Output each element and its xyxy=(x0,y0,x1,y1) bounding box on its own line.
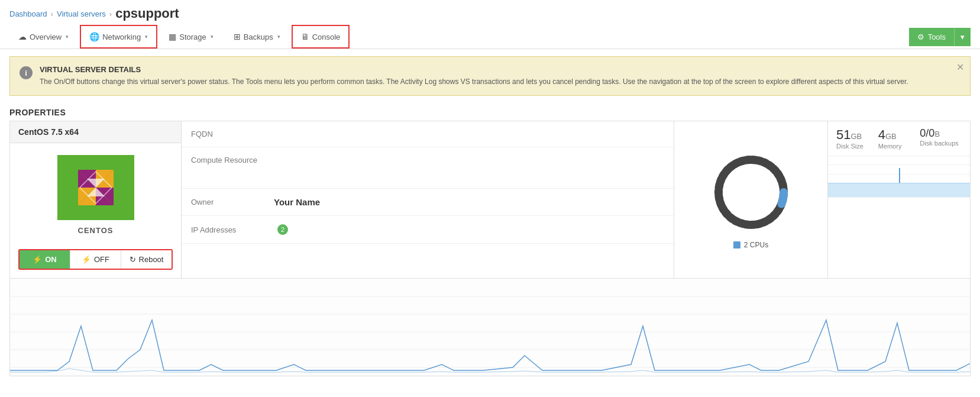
fqdn-label: FQDN xyxy=(191,130,274,138)
mini-chart-disk xyxy=(828,156,970,198)
off-label: OFF xyxy=(94,255,109,264)
reboot-icon: ↻ xyxy=(130,255,136,264)
backups-unit: B xyxy=(934,130,940,138)
disk-value: 51 xyxy=(836,127,850,142)
memory-value: 4 xyxy=(878,127,885,142)
backups-label: Disk backups xyxy=(920,140,962,147)
memory-value-display: 4GB xyxy=(878,127,920,143)
lightning-icon: ⚡ xyxy=(33,255,42,264)
ip-count-badge: 2 xyxy=(277,224,288,235)
navbar: ☁ Overview ▾ 🌐 Networking ▾ ▦ Storage ▾ … xyxy=(0,25,980,49)
cpu-panel: 2 CPUs xyxy=(674,121,828,278)
gear-icon: ⚙ xyxy=(917,33,924,41)
backups-value: 0/0 xyxy=(920,127,934,139)
reboot-button[interactable]: ↻ Reboot xyxy=(121,250,172,269)
bandwidth-svg xyxy=(10,279,970,376)
fqdn-row: FQDN xyxy=(182,121,674,147)
nav-storage[interactable]: ▦ Storage ▾ xyxy=(160,25,222,48)
compute-row: Compute Resource xyxy=(182,147,674,189)
close-icon[interactable]: ✕ xyxy=(956,62,964,73)
properties-title: PROPERTIES xyxy=(0,103,980,121)
bandwidth-chart xyxy=(9,279,971,376)
banner-description: The On/Off buttons change this virtual s… xyxy=(40,76,908,87)
chevron-down-icon-4: ▾ xyxy=(277,34,280,40)
grid-icon: ⊞ xyxy=(234,32,241,41)
os-panel: CentOS 7.5 x64 xyxy=(10,121,182,278)
hdd-icon: ▦ xyxy=(169,32,176,41)
disk-unit: GB xyxy=(850,132,862,141)
owner-value: Your Name xyxy=(274,197,320,207)
info-banner: i VIRTUAL SERVER DETAILS The On/Off butt… xyxy=(9,56,971,96)
disk-value-display: 51GB xyxy=(836,127,878,143)
chevron-down-icon-2: ▾ xyxy=(145,34,148,40)
reboot-label: Reboot xyxy=(139,255,164,264)
breadcrumb-dashboard[interactable]: Dashboard xyxy=(9,9,47,18)
nav-console-label: Console xyxy=(312,33,341,41)
lightning-off-icon: ⚡ xyxy=(82,255,91,264)
os-logo-area: CENTOS xyxy=(10,143,181,243)
donut-svg xyxy=(710,151,793,234)
chevron-down-icon-3: ▾ xyxy=(211,34,214,40)
cpu-legend: 2 CPUs xyxy=(733,241,768,249)
memory-label: Memory xyxy=(878,143,920,150)
nav-console[interactable]: 🖥 Console xyxy=(292,25,350,49)
nav-networking-label: Networking xyxy=(102,33,141,41)
tools-button[interactable]: ⚙ Tools ▾ xyxy=(909,28,971,46)
cpu-label: 2 CPUs xyxy=(744,241,768,249)
tools-label: Tools xyxy=(928,33,946,41)
stats-row-top: 51GB Disk Size 4GB Memory 0/0B Disk back… xyxy=(828,121,970,156)
nav-backups-label: Backups xyxy=(244,33,273,41)
centos-logo-svg xyxy=(75,167,117,208)
disk-label: Disk Size xyxy=(836,143,878,150)
breadcrumb-virtual-servers[interactable]: Virtual servers xyxy=(57,9,106,18)
tools-caret[interactable]: ▾ xyxy=(954,28,971,46)
power-on-button[interactable]: ⚡ ON xyxy=(20,250,70,269)
breadcrumb: Dashboard › Virtual servers › cpsupport xyxy=(0,0,980,25)
owner-row: Owner Your Name xyxy=(182,189,674,216)
ip-label: IP Addresses xyxy=(191,225,274,234)
os-logo-label: CENTOS xyxy=(78,226,114,235)
ip-row: IP Addresses 2 xyxy=(182,216,674,244)
memory-unit: GB xyxy=(885,132,897,141)
breadcrumb-current: cpsupport xyxy=(115,6,179,21)
chart-bar-fill xyxy=(828,183,970,197)
cpu-legend-dot xyxy=(733,241,740,248)
chevron-down-icon: ▾ xyxy=(66,34,69,40)
breadcrumb-sep2: › xyxy=(109,9,112,18)
power-off-button[interactable]: ⚡ OFF xyxy=(70,250,121,269)
info-icon: i xyxy=(20,66,33,79)
compute-label: Compute Resource xyxy=(191,156,274,164)
power-buttons: ⚡ ON ⚡ OFF ↻ Reboot xyxy=(18,249,173,270)
os-logo-box xyxy=(57,155,134,220)
breadcrumb-sep1: › xyxy=(51,9,53,18)
monitor-icon: 🖥 xyxy=(301,32,309,41)
on-label: ON xyxy=(45,255,57,264)
cloud-icon: ☁ xyxy=(18,32,27,41)
details-panel: FQDN Compute Resource Owner Your Name IP… xyxy=(182,121,674,278)
os-name: CentOS 7.5 x64 xyxy=(10,121,181,143)
globe-icon: 🌐 xyxy=(89,32,99,41)
properties-container: CentOS 7.5 x64 xyxy=(9,121,971,279)
owner-label: Owner xyxy=(191,198,274,206)
chart-spike xyxy=(899,168,900,183)
nav-backups[interactable]: ⊞ Backups ▾ xyxy=(225,25,289,48)
disk-stat: 51GB Disk Size xyxy=(836,127,878,150)
nav-overview-label: Overview xyxy=(30,33,62,41)
backups-stat: 0/0B Disk backups xyxy=(920,127,962,150)
cpu-donut xyxy=(710,151,793,234)
memory-stat: 4GB Memory xyxy=(878,127,920,150)
nav-overview[interactable]: ☁ Overview ▾ xyxy=(9,25,77,48)
nav-storage-label: Storage xyxy=(179,33,206,41)
banner-title: VIRTUAL SERVER DETAILS xyxy=(40,65,908,74)
backups-value-display: 0/0B xyxy=(920,127,962,140)
stats-panel: 51GB Disk Size 4GB Memory 0/0B Disk back… xyxy=(828,121,970,278)
svg-point-13 xyxy=(719,160,784,225)
nav-networking[interactable]: 🌐 Networking ▾ xyxy=(80,25,157,49)
